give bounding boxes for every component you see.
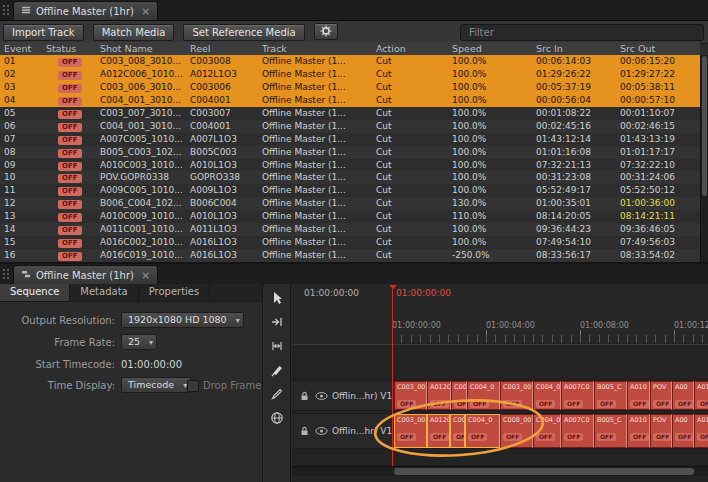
- tab-offline-master-spreadsheet[interactable]: Offline Master (1hr) ×: [13, 1, 158, 20]
- timeline-clip[interactable]: C003_00 OFF: [500, 381, 533, 410]
- tab-properties[interactable]: Properties: [139, 284, 211, 301]
- event-row[interactable]: 13 OFF A010C009_1010... A010L1O3 Offline…: [0, 210, 700, 223]
- playhead[interactable]: [392, 286, 393, 466]
- status-cell: OFF: [46, 146, 98, 159]
- pointer-tool-button[interactable]: [268, 290, 286, 305]
- status-off-badge: OFF: [58, 71, 82, 80]
- track-name[interactable]: Offlin...hr) V1: [332, 391, 392, 401]
- event-number-cell: 14: [4, 223, 44, 236]
- clip-off-badge: OFF: [503, 433, 522, 441]
- spreadsheet-settings-button[interactable]: [314, 23, 338, 40]
- clip-off-badge: OFF: [536, 400, 555, 408]
- lock-icon[interactable]: [299, 390, 310, 401]
- start-timecode-value[interactable]: 01:00:00:00: [121, 356, 182, 373]
- event-row[interactable]: 04 OFF C004_001_3010... C004001 Offline …: [0, 94, 700, 107]
- frame-rate-select[interactable]: 25▾: [121, 334, 157, 350]
- tab-metadata[interactable]: Metadata: [70, 284, 138, 301]
- timeline-clip[interactable]: POV OFF: [650, 414, 672, 448]
- razor-tool-button[interactable]: [268, 362, 286, 377]
- event-number-cell: 04: [4, 94, 44, 107]
- track-name[interactable]: Offlin...hr) V1: [332, 426, 392, 436]
- trim-tool-button[interactable]: [268, 338, 286, 353]
- set-reference-media-button[interactable]: Set Reference Media: [183, 24, 304, 41]
- src-in-cell: 01:01:16:08: [536, 146, 618, 159]
- output-resolution-select[interactable]: 1920x1080 HD 1080▾: [121, 312, 244, 328]
- column-header-status[interactable]: Status: [46, 42, 98, 55]
- scrollbar-thumb[interactable]: [702, 56, 707, 196]
- timeline-clip[interactable]: A00 OFF: [672, 414, 694, 448]
- globe-tool-button[interactable]: [268, 410, 286, 425]
- event-row[interactable]: 08 OFF B005_C003_102... B005C003 Offline…: [0, 146, 700, 159]
- timeline-clip[interactable]: C008_00 OFF: [500, 414, 533, 448]
- shot-name-cell: A010C009_1010...: [100, 210, 188, 223]
- timeline-clip[interactable]: A007C0 OFF: [561, 381, 594, 410]
- panel-grip[interactable]: [2, 4, 10, 16]
- tab-offline-master-timeline[interactable]: Offline Master (1hr) ×: [13, 265, 158, 284]
- event-row[interactable]: 11 OFF A009C005_1010... A009L1O3 Offline…: [0, 184, 700, 197]
- select-track-tool-button[interactable]: [268, 314, 286, 329]
- timeline-clip[interactable]: C004_0 OFF: [533, 381, 561, 410]
- clip-off-badge: OFF: [430, 400, 449, 408]
- event-row[interactable]: 02 OFF A012C006_1010... A012L1O3 Offline…: [0, 68, 700, 81]
- timeline-clip[interactable]: C003_00 OFF: [394, 381, 427, 410]
- time-display-select[interactable]: Timecode▾: [121, 377, 191, 393]
- event-row[interactable]: 15 OFF A016C002_1010... A016L1O3 Offline…: [0, 236, 700, 249]
- clip-label: A016: [695, 415, 708, 424]
- column-header-speed[interactable]: Speed: [452, 42, 534, 55]
- column-header-src-out[interactable]: Src Out: [620, 42, 700, 55]
- match-media-button[interactable]: Match Media: [93, 24, 175, 41]
- panel-grip[interactable]: [2, 268, 10, 280]
- column-header-shot-name[interactable]: Shot Name: [100, 42, 188, 55]
- column-header-src-in[interactable]: Src In: [536, 42, 618, 55]
- timeline-tools: [264, 284, 291, 482]
- event-row[interactable]: 09 OFF A010C003_1010... A010L1O3 Offline…: [0, 159, 700, 172]
- timeline-clip[interactable]: C003_00 OFF: [394, 414, 427, 448]
- tab-sequence[interactable]: Sequence: [0, 284, 70, 301]
- timeline-clip[interactable]: C00 OFF: [450, 414, 465, 448]
- timeline-clip[interactable]: A012C OFF: [427, 414, 450, 448]
- timeline-clip[interactable]: B005_C OFF: [594, 381, 627, 410]
- edit-tool-button[interactable]: [268, 386, 286, 401]
- timeline-clip[interactable]: C004_0 OFF: [533, 414, 561, 448]
- timeline-clip[interactable]: C004_0 OFF: [467, 381, 500, 410]
- event-row[interactable]: 16 OFF A016C019_1010... A016L1O3 Offline…: [0, 249, 700, 262]
- import-track-button[interactable]: Import Track: [3, 24, 84, 41]
- event-row[interactable]: 06 OFF C004_001_3010... C004001 Offline …: [0, 120, 700, 133]
- event-row[interactable]: 03 OFF C003_006_3010... C003006 Offline …: [0, 81, 700, 94]
- visibility-eye-icon[interactable]: [315, 427, 328, 436]
- visibility-eye-icon[interactable]: [315, 391, 328, 400]
- event-row[interactable]: 07 OFF A007C005_1010... A007L1O3 Offline…: [0, 133, 700, 146]
- column-header-reel[interactable]: Reel: [190, 42, 260, 55]
- event-row[interactable]: 01 OFF C003_008_3010... C003008 Offline …: [0, 55, 700, 68]
- event-row[interactable]: 12 OFF B006_C004_102... B006C004 Offline…: [0, 197, 700, 210]
- lock-icon[interactable]: [299, 426, 310, 437]
- src-out-cell: 05:52:50:12: [620, 184, 700, 197]
- event-number-cell: 06: [4, 120, 44, 133]
- timeline-clip[interactable]: B005_C OFF: [594, 414, 627, 448]
- event-row[interactable]: 05 OFF C003_007_3010... C003007 Offline …: [0, 107, 700, 120]
- tab-close-icon[interactable]: ×: [141, 269, 150, 282]
- table-vertical-scrollbar[interactable]: [700, 55, 708, 262]
- timeline-clip[interactable]: A00 OFF: [672, 381, 694, 410]
- timeline-clip[interactable]: A016 OFF: [694, 381, 708, 410]
- timeline-clip[interactable]: A007C0 OFF: [561, 414, 594, 448]
- timeline-clip[interactable]: A010 OFF: [627, 381, 650, 410]
- column-header-event[interactable]: Event: [4, 42, 44, 55]
- column-header-action[interactable]: Action: [376, 42, 450, 55]
- drop-frame-checkbox[interactable]: [187, 380, 199, 392]
- speed-cell: 100.0%: [452, 68, 534, 81]
- tab-close-icon[interactable]: ×: [141, 5, 150, 18]
- column-header-track[interactable]: Track: [262, 42, 374, 55]
- timeline-ruler[interactable]: 01:00:00:00 01:00:00:00 01:00:00:0001:00…: [292, 284, 708, 345]
- timeline-clip[interactable]: POV OFF: [650, 381, 672, 410]
- timeline-horizontal-scrollbar[interactable]: [292, 466, 708, 476]
- event-row[interactable]: 14 OFF A011C001_1010... A011L1O3 Offline…: [0, 223, 700, 236]
- timeline-clip[interactable]: C004_0 OFF: [465, 414, 500, 448]
- event-row[interactable]: 10 OFF POV.GOPR0338 GOPRO338 Offline Mas…: [0, 171, 700, 184]
- timeline-clip[interactable]: A016 OFF: [694, 414, 708, 448]
- filter-input[interactable]: [460, 24, 704, 41]
- timeline-clip[interactable]: A012C OFF: [427, 381, 451, 410]
- scrollbar-thumb[interactable]: [394, 468, 694, 475]
- timeline-clip[interactable]: A010 OFF: [627, 414, 650, 448]
- timeline-clip[interactable]: C00 OFF: [451, 381, 467, 410]
